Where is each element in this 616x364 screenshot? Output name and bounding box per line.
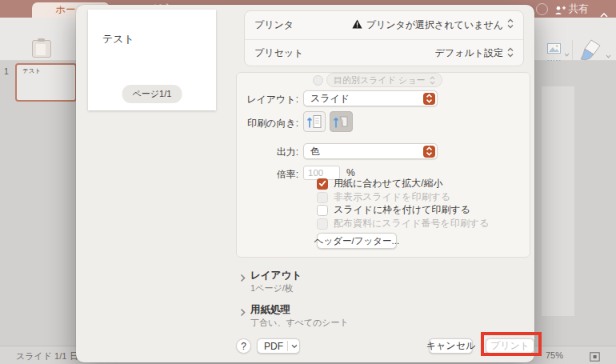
orientation-label: 印刷の向き: <box>237 117 298 130</box>
powerpoint-window: ホーム 挿入 共有 ペースト <box>0 0 616 364</box>
slideshow-radio <box>313 75 323 86</box>
printer-stepper-icon <box>507 18 514 32</box>
output-dropdown-value: 色 <box>310 145 320 158</box>
draw-dropdown-icon[interactable] <box>606 47 611 62</box>
pdf-dropdown-button[interactable]: PDF <box>257 338 300 354</box>
paste-clipboard-icon[interactable] <box>32 40 51 58</box>
help-label: ? <box>241 341 246 352</box>
checkbox-slide-numbers-handouts: 配布資料にスライド番号を印刷する <box>317 217 489 230</box>
slide-thumb-number: 1 <box>4 66 9 76</box>
picture-dropdown-icon[interactable] <box>564 46 570 60</box>
landscape-icon <box>333 114 350 129</box>
preset-label: プリセット <box>254 46 303 60</box>
print-options-well: 目的別スライド ショー レイアウト: スライド 印刷の向き: 出力: <box>236 72 530 258</box>
layout-dropdown-label: レイアウト: <box>237 93 298 106</box>
share-button[interactable]: 共有 <box>566 0 590 18</box>
checkbox-label: スライドに枠を付けて印刷する <box>334 203 470 217</box>
share-person-icon <box>554 4 566 18</box>
cancel-button[interactable]: キャンセル <box>429 338 473 354</box>
printer-value: プリンタが選択されていません <box>366 18 503 32</box>
layout-dropdown[interactable]: スライド <box>303 90 438 106</box>
orientation-portrait-button[interactable] <box>303 111 326 132</box>
layout-dropdown-value: スライド <box>310 92 350 106</box>
warning-icon <box>352 18 362 32</box>
slideshow-dropdown: 目的別スライド ショー <box>326 73 442 87</box>
checkbox-disabled-icon <box>317 192 328 203</box>
printer-preset-group: プリンタ プリンタが選択されていません プリセット デフォルト設定 <box>244 10 524 66</box>
chevron-down-icon <box>291 344 298 349</box>
disclosure-chevron-icon <box>240 271 246 286</box>
disclosure-paper-handling[interactable]: 用紙処理 <box>250 303 290 317</box>
zoom-level[interactable]: 75% <box>546 350 563 360</box>
checkbox-print-hidden-slides: 非表示スライドを印刷する <box>317 190 450 204</box>
preset-stepper-icon <box>507 46 514 61</box>
header-footer-button[interactable]: ヘッダー/フッター... <box>317 233 397 249</box>
help-button[interactable]: ? <box>236 338 251 354</box>
slideshow-stepper-icon <box>430 76 435 85</box>
disclosure-layout[interactable]: レイアウト <box>250 269 302 282</box>
orientation-landscape-button[interactable] <box>330 111 353 132</box>
slideshow-dropdown-value: 目的別スライド ショー <box>334 74 426 86</box>
preview-slide-text: テスト <box>102 32 134 46</box>
picture-icon[interactable] <box>547 42 561 57</box>
disclosure-layout-subtitle: 1ページ/枚 <box>250 282 294 294</box>
print-dialog: テスト ページ1/1 プリンタ プリンタが選択されていません プリセット <box>76 5 534 362</box>
output-label: 出力: <box>237 146 298 159</box>
pdf-label: PDF <box>264 341 283 352</box>
disclosure-paper-handling-subtitle: 丁合い、すべてのシート <box>250 317 349 329</box>
print-label: プリント <box>490 339 530 353</box>
output-dropdown[interactable]: 色 <box>303 143 438 159</box>
checkbox-unchecked-icon <box>317 205 328 216</box>
checkbox-fit-to-paper[interactable]: 用紙に合わせて拡大/縮小 <box>317 177 442 190</box>
preset-value: デフォルト設定 <box>435 46 503 60</box>
slide-thumbnail-title: テスト <box>22 67 41 75</box>
presence-avatar[interactable] <box>536 3 548 15</box>
print-preview-page: テスト ページ1/1 <box>88 10 216 110</box>
slide-canvas-edge <box>542 86 574 316</box>
checkbox-label: 配布資料にスライド番号を印刷する <box>334 217 489 230</box>
pdf-button-divider <box>287 341 288 351</box>
checkbox-checked-icon <box>317 178 328 190</box>
portrait-icon <box>306 114 322 129</box>
fit-slide-icon[interactable] <box>590 350 600 364</box>
output-stepper-icon <box>423 146 435 158</box>
page-count-badge: ページ1/1 <box>122 85 182 103</box>
cancel-label: キャンセル <box>426 339 475 353</box>
printer-row[interactable]: プリンタ プリンタが選択されていません <box>245 11 523 39</box>
checkbox-label: 非表示スライドを印刷する <box>334 190 450 204</box>
slide-thumbnail[interactable]: テスト <box>15 63 77 102</box>
checkbox-frame-slides[interactable]: スライドに枠を付けて印刷する <box>317 203 470 217</box>
print-button[interactable]: プリント <box>486 338 534 354</box>
disclosure-chevron-icon <box>240 306 246 320</box>
scale-label: 倍率: <box>237 168 298 182</box>
layout-stepper-icon <box>423 93 435 105</box>
preset-row[interactable]: プリセット デフォルト設定 <box>245 40 523 68</box>
share-label: 共有 <box>569 2 589 16</box>
slide-counter: スライド 1/1 <box>16 350 66 362</box>
checkbox-disabled-icon <box>317 218 328 230</box>
checkbox-label: 用紙に合わせて拡大/縮小 <box>334 177 442 190</box>
header-footer-label: ヘッダー/フッター... <box>314 235 399 247</box>
printer-label: プリンタ <box>254 18 294 32</box>
